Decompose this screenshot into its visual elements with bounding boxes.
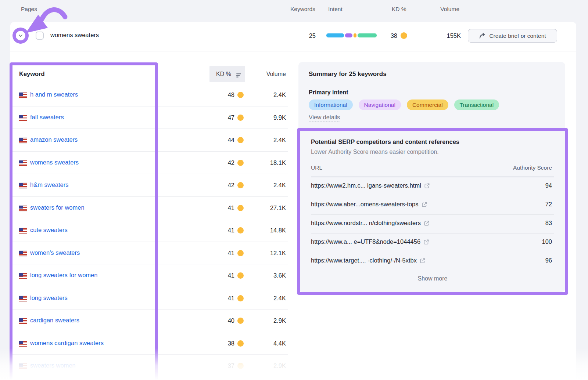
kd-difficulty-dot (237, 227, 244, 234)
us-flag-icon (19, 160, 27, 166)
external-link-icon[interactable] (424, 220, 430, 226)
serp-table-row: https://www.aber...omens-sweaters-tops 7… (311, 196, 554, 215)
serp-url: https://www.aber...omens-sweaters-tops (311, 201, 427, 208)
keyword-kd-value: 41 (206, 250, 234, 257)
keyword-link[interactable]: women's sweaters (30, 249, 80, 256)
keyword-kd-value: 42 (206, 159, 234, 166)
us-flag-icon (19, 273, 27, 279)
keyword-table-body: h and m sweaters 48 2.4K fall sweaters 4… (11, 84, 288, 377)
us-flag-icon (19, 296, 27, 301)
view-details-link[interactable]: View details (309, 114, 340, 122)
keyword-table-header[interactable]: Keyword (19, 70, 45, 77)
external-link-icon[interactable] (422, 202, 427, 207)
keyword-table-row: cute sweaters 41 14.8K (11, 219, 288, 242)
redo-arrow-icon (479, 33, 486, 39)
kd-difficulty-dot (237, 340, 244, 347)
keyword-kd-value: 40 (206, 317, 234, 324)
kd-difficulty-dot (237, 115, 244, 121)
keyword-link[interactable]: womens sweaters (30, 159, 79, 166)
serp-url-text: https://www2.hm.c... igans-sweaters.html (311, 182, 421, 189)
page-title: womens sweaters (50, 32, 99, 39)
create-brief-button[interactable]: Create brief or content (468, 29, 557, 43)
intent-badge-informational: Informational (309, 99, 353, 110)
keyword-link[interactable]: cardigan sweaters (30, 317, 79, 324)
intent-column-label: Intent (328, 6, 343, 12)
sort-descending-icon[interactable] (236, 73, 243, 78)
keyword-table-row: long sweaters 41 2.4K (11, 287, 288, 310)
show-more-link[interactable]: Show more (418, 275, 448, 283)
intent-distribution-bar (326, 33, 377, 37)
kd-difficulty-dot (237, 160, 244, 166)
keyword-kd-value: 44 (206, 137, 234, 144)
keyword-kd-value: 38 (206, 340, 234, 347)
keyword-link[interactable]: h&m sweaters (30, 181, 69, 188)
keyword-table-row: h and m sweaters 48 2.4K (11, 84, 288, 106)
intent-segment-navigational (345, 33, 352, 37)
kd-difficulty-dot (237, 250, 244, 256)
keyword-volume-value: 2.9K (253, 362, 286, 369)
serp-authority-score: 72 (508, 201, 552, 208)
kd-difficulty-dot (237, 295, 244, 301)
serp-section-title: Potential SERP competitors and content r… (311, 138, 459, 145)
keyword-table-row: womens cardigan sweaters 38 4.4K (11, 332, 288, 355)
keyword-volume-value: 2.4K (253, 91, 286, 98)
serp-url: https://www.nordstr... n/clothing/sweate… (311, 220, 430, 227)
keyword-volume-value: 2.4K (253, 295, 286, 302)
page-row-checkbox[interactable] (36, 32, 44, 40)
kd-table-header[interactable]: KD % (216, 71, 231, 77)
volume-column-label: Volume (430, 6, 459, 12)
serp-table-body: https://www2.hm.c... igans-sweaters.html… (311, 177, 554, 271)
keyword-link[interactable]: long sweaters for women (30, 272, 97, 279)
chevron-down-icon (18, 33, 24, 39)
intent-badge-navigational: Navigational (359, 99, 401, 110)
us-flag-icon (19, 318, 27, 324)
us-flag-icon (19, 228, 27, 234)
serp-table-row: https://www.nordstr... n/clothing/sweate… (311, 215, 554, 234)
primary-intent-label: Primary intent (309, 89, 348, 96)
keyword-table-row: sweaters for women 41 27.1K (11, 197, 288, 220)
us-flag-icon (19, 183, 27, 188)
keyword-volume-value: 14.8K (253, 227, 286, 234)
us-flag-icon (19, 138, 27, 143)
serp-authority-score: 94 (508, 182, 552, 189)
keyword-kd-value: 41 (206, 227, 234, 234)
keyword-link[interactable]: amazon sweaters (30, 136, 78, 143)
intent-badges: InformationalNavigationalCommercialTrans… (309, 99, 499, 110)
keyword-volume-value: 2.9K (253, 317, 286, 324)
keyword-link[interactable]: h and m sweaters (30, 91, 78, 98)
keyword-volume-value: 3.6K (253, 272, 286, 279)
external-link-icon[interactable] (420, 258, 426, 264)
keyword-table-row: cardigan sweaters 40 2.9K (11, 310, 288, 332)
page-volume-value: 155K (432, 32, 461, 39)
keyword-volume-value: 18.1K (253, 159, 286, 166)
keyword-link[interactable]: sweaters for women (30, 204, 85, 211)
volume-table-header[interactable]: Volume (253, 71, 286, 77)
serp-url: https://www.target.... -clothing/-/N-5xt… (311, 257, 426, 264)
serp-authority-score: 83 (508, 220, 552, 227)
keyword-table-row: sweaters women 37 2.9K (11, 355, 288, 377)
url-column-header: URL (311, 164, 322, 171)
keyword-link[interactable]: sweaters women (30, 362, 76, 369)
keyword-link[interactable]: womens cardigan sweaters (30, 340, 104, 347)
intent-segment-transactional (358, 33, 377, 37)
expand-row-button[interactable] (12, 28, 29, 44)
external-link-icon[interactable] (424, 183, 430, 189)
intent-badge-transactional: Transactional (454, 99, 499, 110)
serp-url-text: https://www.nordstr... n/clothing/sweate… (311, 220, 421, 227)
keyword-kd-value: 41 (206, 272, 234, 279)
kd-difficulty-dot (401, 32, 407, 39)
serp-table-row: https://www.target.... -clothing/-/N-5xt… (311, 252, 554, 271)
keyword-kd-value: 41 (206, 205, 234, 211)
keyword-link[interactable]: fall sweaters (30, 114, 64, 121)
keyword-table-row: long sweaters for women 41 3.6K (11, 264, 288, 287)
show-more-wrap: Show more (311, 275, 554, 283)
serp-section-subtitle: Lower Authority Score means easier compe… (311, 149, 439, 155)
us-flag-icon (19, 363, 27, 369)
keyword-volume-value: 9.9K (253, 114, 286, 121)
keyword-kd-value: 37 (206, 362, 234, 369)
external-link-icon[interactable] (423, 239, 429, 245)
keyword-link[interactable]: cute sweaters (30, 227, 68, 234)
serp-authority-score: 96 (508, 257, 552, 264)
us-flag-icon (19, 115, 27, 121)
keyword-link[interactable]: long sweaters (30, 294, 68, 301)
